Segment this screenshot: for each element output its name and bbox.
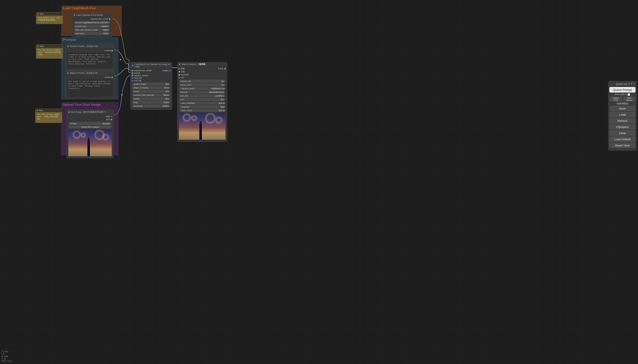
load-button[interactable]: Load: [609, 112, 636, 117]
input-port-model[interactable]: cogvideoxfun_model: [132, 70, 162, 72]
widget-model-type[interactable]: ◀model_typeInpaint▶: [74, 25, 110, 28]
gear-icon[interactable]: ⚙: [631, 83, 632, 85]
positive-prompt-textarea[interactable]: fireworks display over night city. The v…: [67, 52, 112, 68]
input-port-vae[interactable]: vae: [178, 76, 218, 79]
input-port-audio[interactable]: 音频: [178, 70, 218, 74]
widget-pix-fmt[interactable]: ◀pix_fmtyuv420p▶: [179, 94, 226, 97]
widget-scheduler[interactable]: ◀schedulerDDIM▶: [132, 104, 170, 108]
clear-button[interactable]: Clear: [609, 130, 636, 136]
refresh-button[interactable]: Refresh: [609, 118, 636, 124]
note-body: Load model here （在此选择要使用的模型）: [36, 16, 63, 24]
input-port-prompt[interactable]: prompt: [132, 72, 162, 74]
negative-prompt-textarea[interactable]: The video is not of a high quality, it h…: [67, 79, 112, 97]
note-load-model[interactable]: Note Load model here （在此选择要使用的模型）: [36, 12, 63, 24]
node-title: Load CogVideoX-Fun Model: [76, 14, 103, 16]
stat-n: N: 9 [9]: [2, 355, 12, 358]
clipspace-button[interactable]: Clipspace: [609, 124, 636, 130]
input-label: negative_prompt: [134, 74, 148, 76]
node-head[interactable]: Positive Prompt（正向提示词）: [66, 44, 114, 49]
input-label: end_img: [134, 80, 141, 82]
note-head: Note: [36, 12, 63, 16]
widget-cfg[interactable]: ◀cfg6.00▶: [132, 101, 170, 104]
extra-options-checkbox[interactable]: [628, 93, 630, 96]
queue-front-button[interactable]: Queue Front: [609, 96, 622, 102]
input-port-image[interactable]: 图像: [178, 67, 218, 70]
note-prompts[interactable]: Note You can write prompt here （你可以在此填写提…: [36, 44, 63, 59]
widget-save-metadata[interactable]: save_metadatatrue: [179, 102, 226, 105]
widget-frame-rate[interactable]: ◀frame_rate8▶: [179, 80, 226, 83]
node-head[interactable]: Start Image（图片到视频的开始图片）: [67, 110, 113, 114]
node-head[interactable]: Negtive Prompt（反向提示词）: [66, 71, 114, 76]
node-head[interactable]: Video Combine 🎥🅥🅗🅢: [178, 62, 227, 66]
node-head[interactable]: CogVideoX-Fun Sampler for Image to Video: [130, 62, 172, 69]
note-head-label: Note: [39, 110, 43, 112]
widget-video-length[interactable]: ◀video_length49▶: [132, 82, 170, 86]
widget-model[interactable]: ◀modelCogVideoX-Fun-V1.1-2b-InP▶: [74, 21, 110, 24]
debug-stats: T: 0.00s I: 0 N: 9 [9] V: 21 FPS:119.05: [2, 350, 12, 363]
panel-header[interactable]: ⋮⋮ Queue size: 0 ⚙ ✕: [609, 82, 636, 86]
output-label: images: [162, 70, 168, 72]
node-negative-prompt[interactable]: Negtive Prompt（反向提示词） prompt The video i…: [66, 70, 114, 99]
widget-precision[interactable]: ◀precisionbf16▶: [74, 32, 110, 35]
output-port-prompt[interactable]: prompt: [67, 76, 113, 79]
output-port-mask[interactable]: 遮罩: [68, 118, 112, 122]
node-sampler[interactable]: CogVideoX-Fun Sampler for Image to Video…: [130, 62, 172, 110]
widget-control-after-generate[interactable]: ◀control_after_generatefixed▶: [132, 94, 170, 96]
widget-save-output[interactable]: save_outputtrue: [179, 109, 226, 112]
group-upload-title: Upload Your Start Image: [61, 102, 118, 107]
output-label: 遮罩: [106, 118, 110, 121]
node-title: CogVideoX-Fun Sampler for Image to Video: [134, 63, 170, 68]
widget-crf[interactable]: ◀crf22▶: [179, 98, 226, 101]
close-icon[interactable]: ✕: [634, 83, 635, 85]
output-port-model[interactable]: cogvideoxfun_model: [73, 18, 110, 20]
output-port-prompt[interactable]: prompt: [67, 50, 113, 52]
note-body: You can write prompt here （你可以在此填写提示词）: [36, 48, 63, 58]
control-panel[interactable]: ⋮⋮ Queue size: 0 ⚙ ✕ Queue Prompt Extra …: [608, 81, 637, 151]
save-button[interactable]: Save: [609, 106, 636, 111]
reset-view-button[interactable]: Reset View: [609, 142, 636, 148]
queue-size-value: 0: [628, 83, 630, 86]
node-video-combine[interactable]: Video Combine 🎥🅥🅗🅢 图像 音频 批次管理 vae 文件名 ◀f…: [177, 62, 227, 142]
input-label: 图像: [181, 67, 185, 70]
extra-options-label: Extra options: [615, 93, 627, 96]
widget-image[interactable]: ◀imagefire.png▶: [68, 122, 112, 125]
output-port-filename[interactable]: 文件名: [218, 67, 226, 70]
group-prompts-title: Prompts: [61, 37, 118, 42]
input-port-neg-prompt[interactable]: negative_prompt: [132, 74, 162, 77]
widget-low-gpu[interactable]: ◀low_gpu_memory_modefalse▶: [74, 28, 110, 31]
widget-base-resolution[interactable]: ◀base_resolution512▶: [132, 86, 170, 89]
load-default-button[interactable]: Load Default: [609, 136, 636, 142]
note-head: Note: [36, 109, 62, 112]
node-load-model[interactable]: Load CogVideoX-Fun Model cogvideoxfun_mo…: [72, 13, 112, 37]
widget-seed[interactable]: ◀seed43▶: [132, 90, 170, 93]
stat-time: T: 0.00s: [2, 350, 12, 353]
view-history-button[interactable]: View History: [616, 102, 629, 105]
widget-steps[interactable]: ◀steps50▶: [132, 97, 170, 100]
extra-options-row[interactable]: Extra options: [609, 93, 636, 96]
queue-size-label: Queue size:: [616, 83, 628, 86]
input-port-end-img[interactable]: end_img: [132, 80, 162, 82]
node-start-image[interactable]: Start Image（图片到视频的开始图片） 图像 遮罩 ◀imagefire…: [66, 110, 114, 158]
widget-loop-count[interactable]: ◀loop_count0▶: [179, 83, 226, 86]
output-port-images[interactable]: images: [162, 70, 171, 72]
note-body: You can upload image here （在此上传开始图像）: [36, 112, 62, 123]
input-label: start_img: [134, 77, 142, 79]
input-port-batch[interactable]: 批次管理: [178, 74, 218, 76]
input-label: prompt: [134, 72, 140, 74]
widget-pingpong[interactable]: pingpongfalse: [179, 105, 226, 108]
widget-format[interactable]: ◀formatvideo/h264-mp4▶: [179, 90, 226, 94]
node-head[interactable]: Load CogVideoX-Fun Model: [72, 13, 112, 17]
input-label: 音频: [181, 70, 185, 73]
node-positive-prompt[interactable]: Positive Prompt（正向提示词） prompt fireworks …: [66, 44, 114, 70]
queue-prompt-button[interactable]: Queue Prompt: [609, 87, 636, 92]
output-label: 文件名: [218, 67, 224, 70]
widget-filename-prefix[interactable]: filename_prefixCogVideoX-Fun: [179, 87, 226, 90]
drag-handle-icon[interactable]: ⋮⋮: [610, 82, 615, 86]
output-port-image[interactable]: 图像: [68, 115, 112, 118]
input-port-start-img[interactable]: start_img: [132, 77, 162, 80]
node-title: Video Combine 🎥🅥🅗🅢: [182, 63, 206, 66]
image-preview: [68, 129, 112, 156]
choose-file-button[interactable]: choose file to upload: [68, 126, 112, 128]
note-upload[interactable]: Note You can upload image here （在此上传开始图像…: [35, 109, 62, 123]
view-queue-button[interactable]: View Queue: [623, 96, 636, 102]
